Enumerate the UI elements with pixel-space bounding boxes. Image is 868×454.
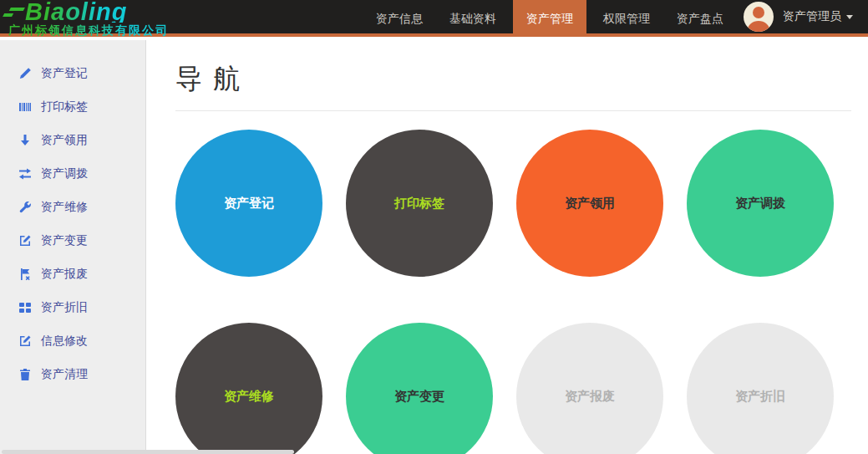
sidebar-item-label: 资产维修 (41, 200, 88, 215)
nav-circle-grid: 资产登记 打印标签 资产领用 资产调拨 资产维修 资产变更 资产报废 资产折旧 (175, 130, 851, 454)
nav-tab-asset-management[interactable]: 资产管理 (513, 0, 586, 33)
nav-tab-permission-management[interactable]: 权限管理 (593, 0, 660, 33)
nav-circle-asset-change[interactable]: 资产变更 (346, 323, 493, 454)
logo-title: Biaoling (25, 1, 127, 23)
wrench-icon (18, 201, 32, 214)
main-content: 导 航 资产登记 打印标签 资产领用 资产调拨 资产维修 资产变更 资产报废 资… (147, 40, 868, 454)
exchange-arrows-icon (18, 167, 32, 181)
sidebar-item-asset-repair[interactable]: 资产维修 (0, 191, 145, 224)
logo-bars-icon (6, 8, 25, 17)
user-avatar-icon[interactable] (744, 2, 774, 32)
sidebar-item-print-label[interactable]: 打印标签 (0, 90, 145, 124)
sidebar-item-asset-register[interactable]: 资产登记 (0, 57, 145, 90)
sidebar-item-asset-change[interactable]: 资产变更 (0, 224, 145, 258)
nav-circle-asset-receive[interactable]: 资产领用 (516, 130, 663, 277)
nav-circle-asset-scrap[interactable]: 资产报废 (516, 323, 663, 454)
nav-circle-asset-depreciation[interactable]: 资产折旧 (687, 323, 834, 454)
nav-tab-asset-inventory[interactable]: 资产盘点 (667, 0, 733, 33)
sidebar-item-asset-receive[interactable]: 资产领用 (0, 124, 145, 157)
sidebar-item-label: 资产调拨 (41, 166, 88, 181)
nav-circle-asset-register[interactable]: 资产登记 (175, 130, 322, 277)
sidebar-item-asset-transfer[interactable]: 资产调拨 (0, 157, 145, 191)
sidebar-item-label: 资产变更 (41, 233, 88, 248)
sidebar-item-label: 资产领用 (41, 133, 88, 148)
sidebar-item-label: 打印标签 (41, 99, 88, 115)
sidebar-item-label: 信息修改 (41, 334, 88, 349)
title-divider (175, 110, 851, 111)
navbar-menu: 资产信息 基础资料 资产管理 权限管理 资产盘点 资产管理员 (363, 0, 868, 33)
sidebar-item-label: 资产清理 (41, 367, 88, 382)
sidebar-item-label: 资产折旧 (41, 300, 88, 315)
arrow-down-icon (18, 134, 32, 147)
nav-tab-asset-info[interactable]: 资产信息 (366, 0, 433, 33)
blocks-icon (18, 301, 32, 314)
edit-square-icon (18, 234, 32, 247)
sidebar-item-asset-scrap[interactable]: 资产报废 (0, 258, 145, 291)
nav-tab-base-data[interactable]: 基础资料 (439, 0, 506, 33)
edit-square-icon (18, 334, 32, 348)
nav-circle-print-label[interactable]: 打印标签 (346, 130, 493, 277)
nav-circle-asset-transfer[interactable]: 资产调拨 (687, 130, 834, 277)
top-navbar: Biaoling 广州标领信息科技有限公司 资产信息 基础资料 资产管理 权限管… (0, 0, 868, 37)
sidebar: 资产登记 打印标签 资产领用 资产调拨 资产维修 资产变更 资产报废 资产折旧 … (0, 40, 146, 454)
horizontal-scrollbar-thumb[interactable] (2, 450, 294, 454)
user-menu[interactable]: 资产管理员 (744, 0, 853, 33)
sidebar-item-info-modify[interactable]: 信息修改 (0, 324, 145, 358)
barcode-icon (18, 100, 32, 114)
page-title: 导 航 (175, 61, 851, 98)
chevron-down-icon (846, 15, 853, 19)
pencil-icon (18, 67, 32, 80)
sidebar-item-label: 资产报废 (41, 267, 88, 282)
flag-x-icon (18, 268, 32, 281)
nav-circle-asset-repair[interactable]: 资产维修 (175, 323, 322, 454)
sidebar-item-label: 资产登记 (41, 66, 88, 81)
logo-subtitle: 广州标领信息科技有限公司 (8, 23, 169, 37)
trash-icon (18, 368, 32, 381)
logo: Biaoling 广州标领信息科技有限公司 (0, 0, 169, 33)
sidebar-item-asset-depreciation[interactable]: 资产折旧 (0, 291, 145, 324)
sidebar-item-asset-clean[interactable]: 资产清理 (0, 358, 145, 391)
user-name: 资产管理员 (783, 9, 841, 24)
